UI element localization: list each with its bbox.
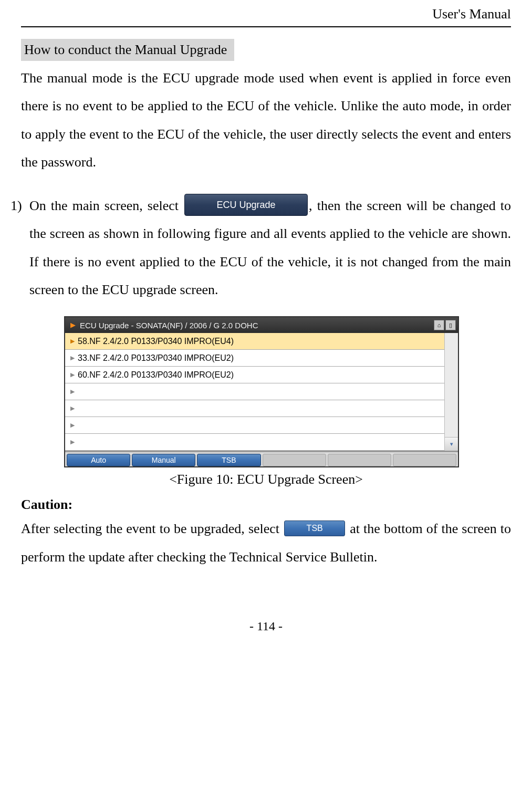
step1-text-a: On the main screen, select (29, 198, 183, 213)
titlebar-arrow-icon: ▶ (70, 321, 76, 329)
figure-ecu-upgrade-screen: ▶ ECU Upgrade - SONATA(NF) / 2006 / G 2.… (64, 316, 459, 467)
header-rule (21, 26, 511, 27)
tab-empty (328, 454, 391, 466)
event-list: ▶58.NF 2.4/2.0 P0133/P0340 IMPRO(EU4) ▶3… (65, 333, 444, 451)
tab-empty (393, 454, 456, 466)
row-marker-icon: ▶ (70, 422, 75, 429)
list-icon[interactable]: ▯ (445, 320, 456, 330)
figure-titlebar: ▶ ECU Upgrade - SONATA(NF) / 2006 / G 2.… (65, 317, 458, 333)
home-icon[interactable]: ⌂ (434, 320, 444, 330)
list-item[interactable]: ▶33.NF 2.4/2.0 P0133/P0340 IMPRO(EU2) (65, 350, 444, 367)
row-marker-icon: ▶ (70, 355, 75, 361)
intro-paragraph: The manual mode is the ECU upgrade mode … (21, 64, 511, 176)
tab-empty (263, 454, 326, 466)
list-item[interactable]: ▶60.NF 2.4/2.0 P0133/P0340 IMPRO(EU2) (65, 367, 444, 383)
section-heading: How to conduct the Manual Upgrade (21, 39, 234, 61)
row-marker-icon: ▶ (70, 338, 75, 345)
tab-manual[interactable]: Manual (132, 454, 195, 466)
scroll-down-icon[interactable]: ▾ (445, 437, 458, 451)
tsb-button[interactable]: TSB (284, 520, 345, 536)
figure-caption: <Figure 10: ECU Upgrade Screen> (21, 472, 511, 487)
step-1: 1)On the main screen, select ECU Upgrade… (11, 192, 511, 304)
list-item[interactable]: ▶ (65, 434, 444, 451)
list-item[interactable]: ▶ (65, 400, 444, 417)
ecu-upgrade-button[interactable]: ECU Upgrade (184, 194, 308, 216)
figure-title: ECU Upgrade - SONATA(NF) / 2006 / G 2.0 … (80, 321, 258, 330)
list-item[interactable]: ▶58.NF 2.4/2.0 P0133/P0340 IMPRO(EU4) (65, 333, 444, 350)
row-marker-icon: ▶ (70, 371, 75, 378)
caution-heading: Caution: (21, 497, 511, 513)
caution-paragraph: After selecting the event to be upgraded… (21, 515, 511, 571)
list-item[interactable]: ▶ (65, 417, 444, 434)
list-item[interactable]: ▶ (65, 383, 444, 400)
row-marker-icon: ▶ (70, 405, 75, 412)
header-title: User's Manual (21, 0, 511, 26)
figure-bottom-tabs: Auto Manual TSB (65, 451, 458, 466)
row-marker-icon: ▶ (70, 439, 75, 445)
scrollbar[interactable]: ▾ (444, 333, 458, 451)
page-number: - 114 - (21, 619, 511, 633)
tab-tsb[interactable]: TSB (197, 454, 260, 466)
step-marker: 1) (11, 192, 29, 220)
tab-auto[interactable]: Auto (67, 454, 130, 466)
row-marker-icon: ▶ (70, 388, 75, 395)
